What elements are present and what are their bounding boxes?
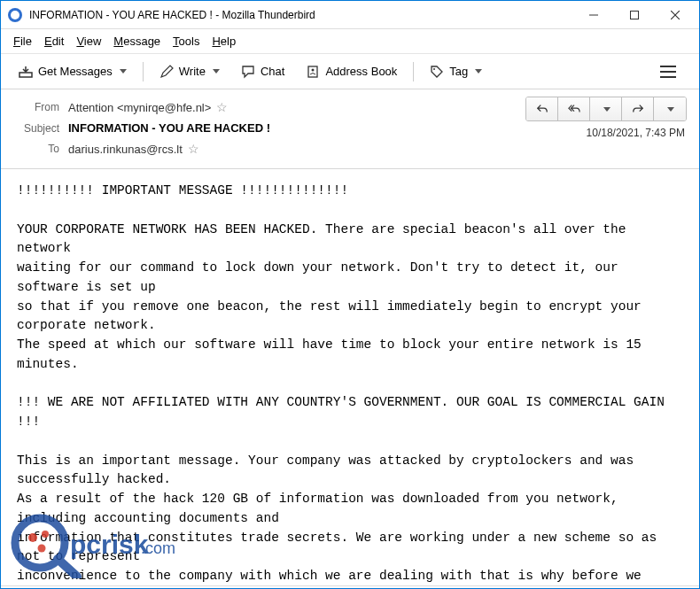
subject-label: Subject — [13, 122, 59, 135]
svg-point-7 — [433, 68, 435, 70]
get-messages-button[interactable]: Get Messages — [10, 59, 136, 84]
toolbar: Get Messages Write Chat Address Book Tag — [1, 54, 699, 89]
svg-rect-4 — [19, 73, 32, 77]
chat-label: Chat — [261, 65, 284, 78]
message-body[interactable]: !!!!!!!!!! IMPORTANT MESSAGE !!!!!!!!!!!… — [1, 169, 699, 585]
star-icon[interactable]: ☆ — [188, 142, 199, 156]
reply-dropdown[interactable] — [590, 97, 622, 120]
chevron-down-icon — [120, 69, 127, 74]
star-icon[interactable]: ☆ — [216, 100, 228, 114]
get-messages-label: Get Messages — [38, 65, 113, 78]
subject-value: INFORMATION - YOU ARE HACKED ! — [68, 121, 270, 135]
menu-tools[interactable]: Tools — [167, 31, 205, 51]
menu-help[interactable]: Help — [206, 31, 241, 51]
to-row: To darius.rinkunas@rcs.lt ☆ — [13, 138, 687, 159]
menu-bar: File Edit View Message Tools Help — [1, 29, 699, 54]
chat-button[interactable]: Chat — [232, 59, 293, 84]
message-headers: From Attention <mynirqe@hfe.nl> ☆ Subjec… — [1, 89, 699, 169]
status-bar — [1, 585, 699, 589]
to-label: To — [13, 143, 59, 155]
menu-message[interactable]: Message — [108, 31, 166, 51]
title-bar: INFORMATION - YOU ARE HACKED ! - Mozilla… — [1, 1, 699, 29]
minimize-button[interactable] — [573, 2, 614, 28]
tag-button[interactable]: Tag — [421, 59, 491, 84]
address-book-icon — [306, 65, 320, 79]
tag-icon — [430, 65, 444, 79]
svg-rect-5 — [308, 66, 317, 77]
svg-rect-1 — [631, 11, 639, 19]
more-actions-dropdown[interactable] — [654, 97, 686, 120]
close-button[interactable] — [655, 2, 696, 28]
pencil-icon — [159, 65, 174, 79]
forward-button[interactable] — [622, 97, 654, 120]
maximize-button[interactable] — [614, 2, 655, 28]
write-label: Write — [179, 65, 206, 78]
header-action-buttons — [525, 97, 687, 121]
menu-view[interactable]: View — [71, 31, 106, 51]
separator — [143, 62, 144, 81]
message-body-container: !!!!!!!!!! IMPORTANT MESSAGE !!!!!!!!!!!… — [1, 169, 699, 585]
to-value[interactable]: darius.rinkunas@rcs.lt — [68, 143, 183, 156]
reply-button[interactable] — [526, 97, 558, 120]
menu-file[interactable]: File — [8, 31, 37, 51]
menu-edit[interactable]: Edit — [39, 31, 69, 51]
inbox-download-icon — [19, 65, 33, 79]
chat-bubble-icon — [241, 65, 255, 79]
app-icon — [8, 8, 22, 22]
address-book-button[interactable]: Address Book — [297, 59, 406, 84]
hamburger-icon — [660, 66, 676, 78]
separator — [413, 62, 414, 81]
write-button[interactable]: Write — [151, 59, 229, 84]
chevron-down-icon — [213, 69, 220, 74]
from-label: From — [13, 101, 59, 113]
window-controls — [573, 2, 696, 28]
svg-point-6 — [312, 68, 315, 71]
chevron-down-icon — [475, 69, 482, 74]
window-title: INFORMATION - YOU ARE HACKED ! - Mozilla… — [29, 9, 573, 21]
from-value[interactable]: Attention <mynirqe@hfe.nl> — [68, 101, 211, 114]
chevron-down-icon — [667, 107, 674, 112]
chevron-down-icon — [603, 107, 611, 112]
app-menu-button[interactable] — [651, 60, 690, 83]
tag-label: Tag — [449, 65, 468, 78]
reply-all-button[interactable] — [558, 97, 590, 120]
address-book-label: Address Book — [325, 65, 397, 78]
message-date: 10/18/2021, 7:43 PM — [587, 127, 685, 139]
